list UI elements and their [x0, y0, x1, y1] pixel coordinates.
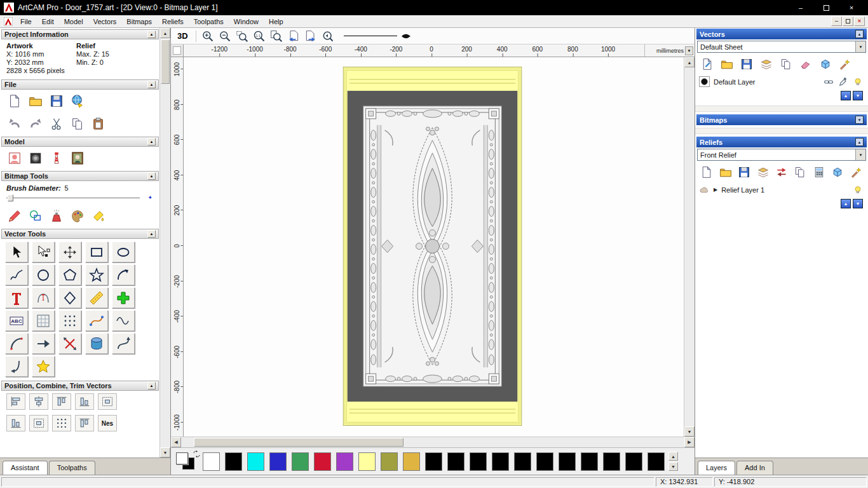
- color-swatch[interactable]: [625, 452, 642, 471]
- color-swatch[interactable]: [381, 452, 398, 471]
- align-centres-tool[interactable]: [98, 393, 117, 410]
- menu-item[interactable]: Help: [264, 17, 288, 27]
- calculate-relief-icon[interactable]: [811, 164, 827, 180]
- draw-shapes-icon[interactable]: [26, 207, 45, 226]
- collapse-button[interactable]: ▲: [147, 81, 156, 88]
- panel-tab[interactable]: Assistant: [3, 461, 48, 475]
- scroll-up-button[interactable]: ▲: [160, 28, 170, 38]
- open-model-icon[interactable]: [26, 92, 45, 111]
- color-swatch[interactable]: [225, 452, 242, 471]
- zoom-fit-icon[interactable]: [269, 29, 285, 43]
- dropdown-arrow-icon[interactable]: ▼: [855, 41, 865, 52]
- maximize-button[interactable]: [813, 1, 839, 15]
- vector-doctor-tool[interactable]: [32, 356, 55, 377]
- menu-item[interactable]: Toolpaths: [189, 17, 229, 27]
- collapse-button[interactable]: ▲: [147, 382, 156, 390]
- palette-down-button[interactable]: ▼: [668, 462, 678, 471]
- scroll-down-button[interactable]: ▼: [160, 447, 170, 458]
- point-array-tool[interactable]: [58, 310, 81, 331]
- combine-union-tool[interactable]: [6, 415, 25, 431]
- layer-wizard-icon[interactable]: [837, 56, 853, 72]
- collapse-button[interactable]: ▲: [147, 230, 156, 238]
- mdi-close-button[interactable]: ×: [854, 17, 865, 26]
- merge-layers-icon[interactable]: [758, 56, 775, 72]
- layer-visibility-icon[interactable]: [851, 76, 864, 88]
- undo-icon[interactable]: [5, 114, 24, 133]
- collapse-button[interactable]: ▲: [147, 172, 156, 180]
- zoom-in-icon[interactable]: [200, 29, 216, 43]
- color-swatch[interactable]: [536, 452, 553, 471]
- close-vector-tool[interactable]: [5, 356, 28, 377]
- nesting-tool[interactable]: Nes: [98, 415, 117, 431]
- color-swatch[interactable]: [314, 452, 331, 471]
- zoom-previous-icon[interactable]: [320, 29, 336, 43]
- align-left-tool[interactable]: [6, 393, 25, 410]
- color-swatch[interactable]: [559, 452, 576, 471]
- align-bottom-tool[interactable]: [75, 393, 94, 410]
- align-centre-tool[interactable]: [29, 393, 48, 410]
- swap-colors-icon[interactable]: [193, 451, 200, 458]
- slice-tool[interactable]: [52, 415, 71, 431]
- cut-icon[interactable]: [47, 114, 66, 133]
- text-on-curve-tool[interactable]: [32, 287, 55, 308]
- line-fit-tool[interactable]: [32, 333, 55, 354]
- block-paste-tool[interactable]: [112, 287, 135, 308]
- ellipse-tool[interactable]: [112, 241, 135, 262]
- scroll-left-button[interactable]: ◀: [171, 437, 181, 447]
- star-tool[interactable]: [85, 264, 108, 285]
- measure-tool[interactable]: [85, 287, 108, 308]
- paint-pencil-icon[interactable]: [5, 207, 24, 226]
- zoom-out-icon[interactable]: [217, 29, 233, 43]
- colour-palette-icon[interactable]: [68, 207, 87, 226]
- move-layer-up-button[interactable]: ▲: [841, 91, 851, 100]
- edit-layer-icon[interactable]: [837, 76, 850, 88]
- diamond-tool[interactable]: [58, 287, 81, 308]
- copy-icon[interactable]: [68, 114, 87, 133]
- slider-thumb[interactable]: [8, 194, 13, 201]
- dropdown-arrow-icon[interactable]: ▼: [855, 149, 865, 160]
- next-bitmap-layer-icon[interactable]: [303, 29, 319, 43]
- color-swatch[interactable]: [247, 452, 264, 471]
- move-layer-up-button[interactable]: ▲: [841, 199, 851, 208]
- copy-layer-icon[interactable]: [778, 56, 794, 72]
- snap-layer-icon[interactable]: [822, 76, 835, 88]
- circle-tool[interactable]: [32, 264, 55, 285]
- color-swatch[interactable]: [425, 452, 442, 471]
- menu-item[interactable]: Edit: [37, 17, 59, 27]
- minimize-button[interactable]: –: [788, 1, 813, 15]
- horizontal-scrollbar[interactable]: ◀ ▶: [171, 437, 695, 447]
- primary-secondary-colors[interactable]: [173, 450, 203, 473]
- offset-tool[interactable]: [85, 333, 108, 354]
- mdi-restore-button[interactable]: [843, 17, 853, 26]
- mdi-minimize-button[interactable]: –: [831, 17, 842, 26]
- relief-cube-icon[interactable]: [830, 164, 845, 180]
- save-vector-layer-icon[interactable]: [738, 56, 755, 72]
- sheet-select[interactable]: Default Sheet ▼: [697, 41, 866, 53]
- fit-beziers-tool[interactable]: [112, 310, 135, 331]
- color-swatch[interactable]: [336, 452, 353, 471]
- new-model-icon[interactable]: [5, 92, 24, 111]
- arc-fit-tool[interactable]: [5, 333, 28, 354]
- polyline-tool[interactable]: [5, 264, 28, 285]
- merge-relief-icon[interactable]: [755, 164, 770, 180]
- rectangle-tool[interactable]: [85, 241, 108, 262]
- flood-fill-icon[interactable]: [89, 207, 108, 226]
- panel-tab[interactable]: Layers: [698, 461, 735, 475]
- collapse-button[interactable]: ▲: [147, 138, 156, 146]
- color-swatch[interactable]: [470, 452, 487, 471]
- previous-bitmap-layer-icon[interactable]: [286, 29, 302, 43]
- expand-relief-layer-icon[interactable]: ▶: [714, 187, 717, 193]
- panel-tab[interactable]: Toolpaths: [49, 461, 95, 475]
- trim-vectors-tool[interactable]: [58, 333, 81, 354]
- open-relief-layer-icon[interactable]: [717, 164, 733, 180]
- export-model-icon[interactable]: [68, 92, 87, 111]
- scroll-right-button[interactable]: ▶: [684, 437, 695, 447]
- open-vector-layer-icon[interactable]: [719, 56, 735, 72]
- scroll-down-button[interactable]: ▼: [684, 426, 695, 437]
- paste-icon[interactable]: [89, 114, 108, 133]
- move-layer-down-button[interactable]: ▼: [853, 199, 863, 208]
- color-swatch[interactable]: [492, 452, 509, 471]
- menu-item[interactable]: Reliefs: [157, 17, 189, 27]
- collapse-button[interactable]: ▲: [147, 30, 156, 38]
- spline-tool[interactable]: [112, 333, 135, 354]
